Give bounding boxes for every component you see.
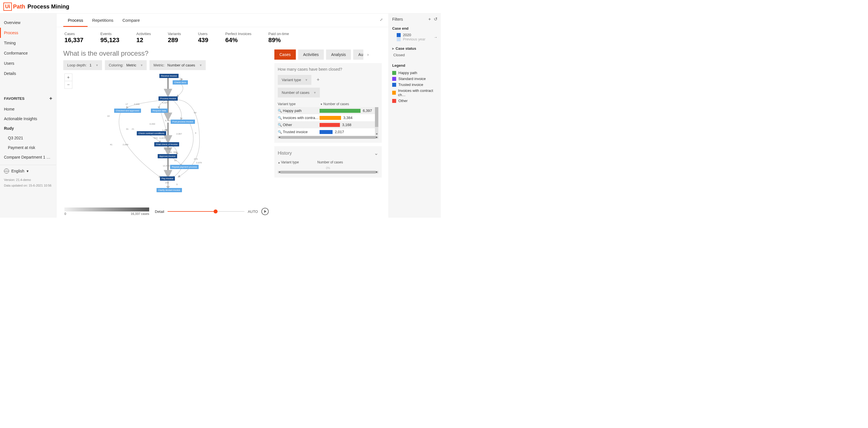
year-previous[interactable]: Previous year bbox=[392, 37, 434, 41]
history-panel: History ⌄ Variant type Number of cases 0… bbox=[274, 146, 382, 178]
graph-node-approve[interactable]: Approve invoice bbox=[158, 154, 177, 158]
play-button[interactable] bbox=[261, 208, 269, 215]
square-icon bbox=[392, 91, 396, 95]
legend-item[interactable]: Happy path bbox=[392, 70, 437, 76]
tab-compare[interactable]: Compare bbox=[118, 14, 144, 27]
globe-icon bbox=[4, 169, 9, 174]
cases-table-row[interactable]: 🔍Trusted invoice2,017 bbox=[278, 128, 375, 135]
chevron-down-icon: ▾ bbox=[27, 169, 29, 173]
history-toggle[interactable]: History ⌄ bbox=[278, 150, 378, 156]
magnifier-icon[interactable]: 🔍 bbox=[278, 130, 283, 134]
magnifier-icon[interactable]: 🔍 bbox=[278, 123, 283, 127]
favorite-item[interactable]: Q3 2021 bbox=[0, 133, 56, 143]
tab-process[interactable]: Process bbox=[63, 14, 88, 27]
graph-node-postproc[interactable]: Post-process invoice bbox=[170, 120, 195, 124]
subtab-activities[interactable]: Activities bbox=[298, 50, 324, 60]
favorite-item[interactable]: Home bbox=[0, 104, 56, 114]
favorite-item[interactable]: Compare Department 1 … bbox=[0, 152, 56, 162]
case-status-section[interactable]: ▶ Case status bbox=[392, 47, 437, 51]
legend-item[interactable]: Other bbox=[392, 98, 437, 104]
legend-item[interactable]: Trusted invoice bbox=[392, 82, 437, 88]
sidebar-item-overview[interactable]: Overview bbox=[0, 18, 56, 28]
sidebar-item-timing[interactable]: Timing bbox=[0, 38, 56, 48]
kpi-row: Cases16,337Events95,123Activities12Varia… bbox=[57, 27, 389, 46]
graph-footer: 0 16,337 cases Detail AUTO bbox=[63, 203, 270, 218]
favorite-item[interactable]: Payment at risk bbox=[0, 143, 56, 152]
hist-col-variant[interactable]: Variant type bbox=[278, 160, 317, 164]
add-dimension-button[interactable]: + bbox=[314, 75, 322, 85]
reset-filters-icon[interactable]: ↺ bbox=[434, 17, 437, 22]
arrow-right-icon[interactable]: → bbox=[434, 35, 437, 39]
graph-node-process[interactable]: Process invoice bbox=[158, 96, 178, 101]
legend-item[interactable]: Standard invoice bbox=[392, 76, 437, 82]
edge-count: 1,476 bbox=[162, 129, 168, 131]
app-logo: Ui Path Process Mining bbox=[3, 3, 69, 11]
edge-count: 4 bbox=[195, 132, 196, 134]
app-header: Ui Path Process Mining bbox=[0, 0, 441, 13]
favorite-item[interactable]: Rudy bbox=[0, 124, 56, 133]
favorite-item[interactable]: Actionable Insights bbox=[0, 114, 56, 124]
subtab-au[interactable]: Au bbox=[353, 50, 363, 60]
loop-depth-select[interactable]: Loop depth: 1 ▾ bbox=[63, 60, 102, 70]
edge-count: 4,430 bbox=[150, 123, 155, 125]
cases-table-row[interactable]: 🔍Happy path6,397 bbox=[278, 107, 375, 114]
magnifier-icon[interactable]: 🔍 bbox=[278, 109, 283, 113]
legend-item[interactable]: Invoices with contract ch… bbox=[392, 88, 437, 98]
legend-list: Happy pathStandard invoiceTrusted invoic… bbox=[392, 70, 437, 104]
year-current[interactable]: 2020 bbox=[392, 33, 434, 37]
detail-slider[interactable] bbox=[167, 211, 244, 212]
cases-hscroll[interactable]: ◀ ▶ bbox=[278, 136, 378, 139]
fullscreen-icon[interactable]: ⤢ bbox=[380, 18, 383, 22]
chevron-down-icon: ⌄ bbox=[374, 150, 378, 156]
caret-right-icon: ▶ bbox=[392, 47, 395, 50]
graph-node-pay[interactable]: Pay invoice bbox=[160, 176, 175, 181]
metric-select-cases[interactable]: Number of cases ▾ bbox=[278, 88, 320, 97]
graph-node-request[interactable]: Request data bbox=[151, 109, 168, 113]
add-filter-icon[interactable]: + bbox=[428, 17, 431, 22]
coloring-select[interactable]: Coloring: Metric ▾ bbox=[105, 60, 147, 70]
graph-node-final[interactable]: Final check of invoice bbox=[154, 142, 179, 147]
sidebar-item-users[interactable]: Users bbox=[0, 58, 56, 68]
cases-table-row[interactable]: 🔍Other3,168 bbox=[278, 121, 375, 128]
sidebar-item-conformance[interactable]: Conformance bbox=[0, 48, 56, 58]
magnifier-icon[interactable]: 🔍 bbox=[278, 116, 283, 120]
sidebar-item-details[interactable]: Details bbox=[0, 68, 56, 79]
language-label: English bbox=[11, 169, 24, 173]
subtab-cases[interactable]: Cases bbox=[274, 50, 296, 60]
process-graph[interactable]: + − bbox=[63, 72, 270, 203]
edge-count: 154 bbox=[165, 182, 169, 184]
graph-node-contract[interactable]: Check contract conditions bbox=[137, 131, 166, 135]
subtabs-next-icon[interactable]: › bbox=[366, 50, 370, 59]
square-icon bbox=[397, 37, 401, 41]
graph-node-repeat[interactable]: Repeat payment process bbox=[170, 165, 198, 169]
left-sidebar: OverviewProcessTimingConformanceUsersDet… bbox=[0, 13, 57, 218]
subtab-analysis[interactable]: Analysis bbox=[326, 50, 351, 60]
history-hscroll[interactable]: ◀ ▶ bbox=[278, 171, 378, 174]
edge-count: 2,067 bbox=[176, 132, 182, 135]
square-icon bbox=[392, 99, 396, 103]
cases-scrollbar[interactable]: ▼ bbox=[375, 107, 378, 135]
graph-node-checked[interactable]: Checked and approved bbox=[114, 109, 141, 113]
sidebar-item-process[interactable]: Process bbox=[0, 28, 56, 38]
hist-col-count[interactable]: Number of cases bbox=[317, 160, 378, 164]
variant-type-select[interactable]: Variant type ▾ bbox=[278, 75, 311, 85]
edge-count: 17 bbox=[125, 103, 128, 105]
tab-repetitions[interactable]: Repetitions bbox=[88, 14, 118, 27]
kpi-cases: Cases16,337 bbox=[64, 32, 83, 44]
col-number-of-cases[interactable]: Number of cases bbox=[320, 102, 378, 106]
cases-table-row[interactable]: 🔍Invoices with contra…3,384 bbox=[278, 114, 375, 121]
graph-node-receive[interactable]: Receive invoice bbox=[159, 74, 179, 78]
subtabs: CasesActivitiesAnalysisAu› bbox=[274, 50, 382, 60]
add-favorite-icon[interactable]: + bbox=[49, 96, 52, 101]
filters-header: Filters + ↺ bbox=[392, 17, 437, 22]
metric-select[interactable]: Metric: Number of cases ▾ bbox=[150, 60, 206, 70]
square-icon bbox=[392, 71, 396, 75]
edge-count: 34 bbox=[169, 151, 172, 153]
graph-node-clarify[interactable]: Clarify deviant invoice bbox=[157, 188, 182, 192]
col-variant-type[interactable]: Variant type bbox=[278, 102, 320, 106]
question-title: What is the overall process? bbox=[63, 50, 270, 57]
edge-count: 2,079 bbox=[196, 161, 202, 164]
language-selector[interactable]: English ▾ bbox=[0, 165, 56, 177]
logo-product: Process Mining bbox=[27, 3, 69, 10]
edge-count: 31 bbox=[174, 159, 177, 162]
